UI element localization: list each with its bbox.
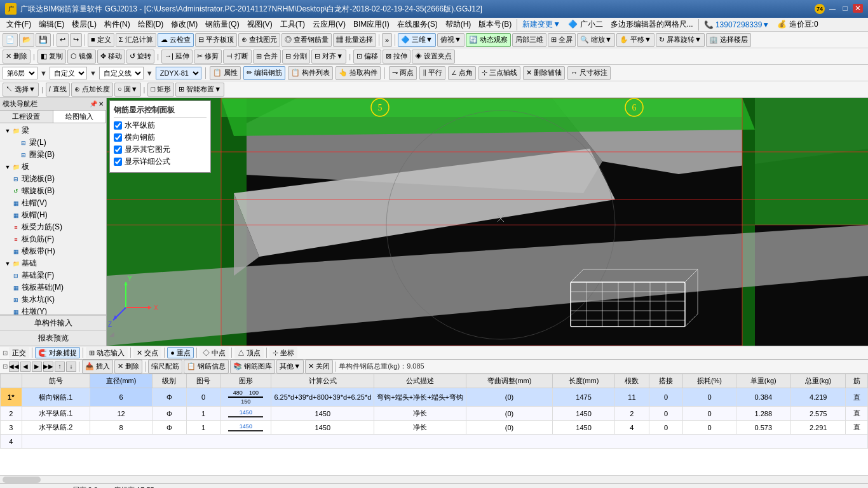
btn-stretch[interactable]: ⊠ 拉伸 bbox=[383, 50, 410, 64]
btn-local-3d[interactable]: 局部三维 bbox=[512, 33, 546, 47]
table-row[interactable]: 3 水平纵筋.2 8 Φ 1 1450 1450 净长 (0) 1450 4 0… bbox=[1, 421, 868, 435]
btn-scale-rebar[interactable]: 缩尺配筋 bbox=[148, 360, 182, 374]
btn-sum-calc[interactable]: Σ 汇总计算 bbox=[116, 33, 156, 47]
btn-intersection[interactable]: ✕ 交点 bbox=[133, 347, 161, 358]
tree-node-banshoulijin[interactable]: ≡ 板受力筋(S) bbox=[1, 221, 105, 233]
btn-rebar-insert[interactable]: 📥 插入 bbox=[82, 360, 113, 374]
tree-node-banmao[interactable]: ▦ 板帽(H) bbox=[1, 209, 105, 221]
tree-node-quanliang[interactable]: ⊟ 圈梁(B) bbox=[1, 149, 105, 161]
btn-zoom[interactable]: 🔍 缩放▼ bbox=[577, 33, 615, 47]
btn-open[interactable]: 📂 bbox=[19, 33, 34, 47]
btn-object-snap[interactable]: 🧲 对象捕捉 bbox=[35, 347, 80, 358]
btn-smart-layout[interactable]: ⊞ 智能布置▼ bbox=[175, 83, 224, 97]
btn-midpoint[interactable]: ● 重点 bbox=[167, 347, 194, 358]
tree-node-zhuma[interactable]: ▦ 柱帽(V) bbox=[1, 197, 105, 209]
rebar-table-area[interactable]: 筋号 直径(mm) 级别 图号 图形 计算公式 公式描述 弯曲调整(mm) 长度… bbox=[0, 374, 868, 475]
table-row[interactable]: 2 水平纵筋.1 12 Φ 1 1450 1450 净长 (0) 1450 2 … bbox=[1, 407, 868, 421]
menu-guangxiao[interactable]: 🔷 广小二 bbox=[564, 18, 606, 31]
btn-offset[interactable]: ⊡ 偏移 bbox=[353, 50, 381, 64]
tree-node-jichu[interactable]: ▼ 📁 基础 bbox=[1, 257, 105, 269]
btn-rebar-info[interactable]: 📋 钢筋信息 bbox=[184, 360, 229, 374]
btn-merge[interactable]: ⊞ 合并 bbox=[253, 50, 281, 64]
expand-arrow[interactable]: ▼ bbox=[4, 128, 11, 134]
btn-nav-down[interactable]: ↓ bbox=[66, 362, 76, 372]
tree-node-luoxuanban[interactable]: ↺ 螺旋板(B) bbox=[1, 185, 105, 197]
menu-cloud[interactable]: 云应用(V) bbox=[309, 18, 349, 31]
btn-coordinate[interactable]: ⊹ 坐标 bbox=[269, 347, 297, 358]
btn-break[interactable]: ⊣ 打断 bbox=[223, 50, 252, 64]
btn-set-grip[interactable]: ◈ 设置夹点 bbox=[412, 50, 455, 64]
define-select[interactable]: 自定义 bbox=[50, 67, 87, 79]
cell-diameter[interactable]: 12 bbox=[90, 407, 153, 421]
viewport[interactable]: 5 6 bbox=[107, 98, 868, 346]
btn-component-list[interactable]: 📋 构件列表 bbox=[288, 66, 333, 80]
menu-help[interactable]: 帮助(H) bbox=[442, 18, 475, 31]
btn-dimension[interactable]: ↔ 尺寸标注 bbox=[567, 66, 611, 80]
menu-polygon-editor[interactable]: 多边形编辑器的网格尺... bbox=[607, 18, 697, 31]
checkbox-show-formula[interactable]: 显示详细公式 bbox=[114, 156, 207, 167]
table-row[interactable]: 1* 横向钢筋.1 6 Φ 0 480100 150 6.25*d+39*d+8… bbox=[1, 388, 868, 407]
cell-diameter[interactable]: 8 bbox=[90, 421, 153, 435]
expand-arrow[interactable]: ▼ bbox=[4, 261, 11, 267]
btn-rotate[interactable]: ↺ 旋转 bbox=[126, 50, 154, 64]
btn-report-preview[interactable]: 报表预览 bbox=[0, 330, 106, 346]
tree-node-jishuikeng[interactable]: ⊞ 集水坑(K) bbox=[1, 294, 105, 306]
btn-cloud-check[interactable]: ☁ 云检查 bbox=[158, 33, 194, 47]
btn-view-rebar[interactable]: ◎ 查看钢筋量 bbox=[281, 33, 332, 47]
tree-node-ban[interactable]: ▼ 📁 板 bbox=[1, 161, 105, 173]
btn-mirror[interactable]: ⬡ 镜像 bbox=[67, 50, 96, 64]
btn-two-points[interactable]: ⊸ 两点 bbox=[389, 66, 417, 80]
btn-three-point-axis[interactable]: ⊹ 三点轴线 bbox=[478, 66, 520, 80]
version-badge[interactable]: 74 bbox=[815, 4, 825, 14]
minimize-button[interactable]: ─ bbox=[827, 4, 837, 13]
menu-version[interactable]: 版本号(B) bbox=[475, 18, 515, 31]
component-select[interactable]: ZDYX-81 bbox=[156, 67, 201, 79]
btn-center[interactable]: ◇ 中点 bbox=[200, 347, 229, 358]
panel-close-icon[interactable]: ✕ bbox=[98, 100, 104, 107]
layer-select[interactable]: 第6层 bbox=[3, 67, 37, 79]
tree-node-liang[interactable]: ▼ 📁 梁 bbox=[1, 125, 105, 137]
btn-rebar-library[interactable]: 📚 钢筋图库 bbox=[230, 360, 275, 374]
btn-find-element[interactable]: ⊕ 查找图元 bbox=[238, 33, 280, 47]
cb-transverse[interactable] bbox=[114, 133, 122, 142]
btn-point-angle[interactable]: ∠ 点角 bbox=[448, 66, 476, 80]
tab-draw-input[interactable]: 绘图输入 bbox=[53, 111, 107, 123]
table-scrollbar[interactable] bbox=[0, 475, 868, 483]
btn-vertex[interactable]: △ 顶点 bbox=[234, 347, 264, 358]
titlebar-controls[interactable]: 74 ─ □ ✕ bbox=[815, 4, 863, 14]
btn-point-length[interactable]: ⊕ 点加长度 bbox=[71, 83, 113, 97]
menu-modify[interactable]: 修改(M) bbox=[167, 18, 201, 31]
btn-rectangle[interactable]: □ 矩形 bbox=[147, 83, 174, 97]
btn-property[interactable]: 📋 属性 bbox=[210, 66, 241, 80]
tree-node-banfujin[interactable]: ≡ 板负筋(F) bbox=[1, 233, 105, 245]
btn-rebar-delete[interactable]: ✕ 删除 bbox=[114, 360, 142, 374]
btn-nav-next[interactable]: ▶ bbox=[32, 362, 42, 372]
menu-tools[interactable]: 工具(T) bbox=[276, 18, 309, 31]
btn-dynamic-view[interactable]: 🔄 动态观察 bbox=[466, 33, 511, 47]
menu-rebar-qty[interactable]: 钢筋量(Q) bbox=[201, 18, 243, 31]
btn-3d[interactable]: 🔷 三维▼ bbox=[398, 33, 436, 47]
menu-draw[interactable]: 绘图(D) bbox=[134, 18, 168, 31]
menu-new-change[interactable]: 新建变更▼ bbox=[519, 18, 564, 31]
btn-redo[interactable]: ↪ bbox=[70, 33, 82, 47]
menu-file[interactable]: 文件(F) bbox=[3, 18, 35, 31]
tree-node-zhudun[interactable]: ▦ 柱墩(Y) bbox=[1, 306, 105, 315]
btn-delete-aux[interactable]: ✕ 删除辅轴 bbox=[523, 66, 565, 80]
btn-more[interactable]: » bbox=[382, 33, 392, 47]
btn-extend[interactable]: →| 延伸 bbox=[161, 50, 193, 64]
checkbox-show-other[interactable]: 显示其它图元 bbox=[114, 144, 207, 155]
btn-align-top[interactable]: ⊟ 平齐板顶 bbox=[195, 33, 237, 47]
btn-line[interactable]: / 直线 bbox=[46, 83, 70, 97]
btn-circle[interactable]: ○ 圆▼ bbox=[114, 83, 141, 97]
cb-horizontal[interactable] bbox=[114, 121, 122, 130]
btn-move[interactable]: ✥ 移动 bbox=[97, 50, 125, 64]
btn-screen-rotate[interactable]: ↻ 屏幕旋转▼ bbox=[656, 33, 705, 47]
btn-orthogonal[interactable]: 正交 bbox=[9, 347, 29, 358]
btn-fullscreen[interactable]: ⊞ 全屏 bbox=[548, 33, 576, 47]
close-button[interactable]: ✕ bbox=[853, 4, 863, 13]
btn-nav-prev[interactable]: ◀ bbox=[20, 362, 31, 372]
menu-bim[interactable]: BIM应用(I) bbox=[349, 18, 393, 31]
btn-delete[interactable]: ✕ 删除 bbox=[3, 50, 31, 64]
menu-phone[interactable]: 📞 13907298339▼ bbox=[700, 19, 774, 30]
btn-undo[interactable]: ↩ bbox=[57, 33, 69, 47]
